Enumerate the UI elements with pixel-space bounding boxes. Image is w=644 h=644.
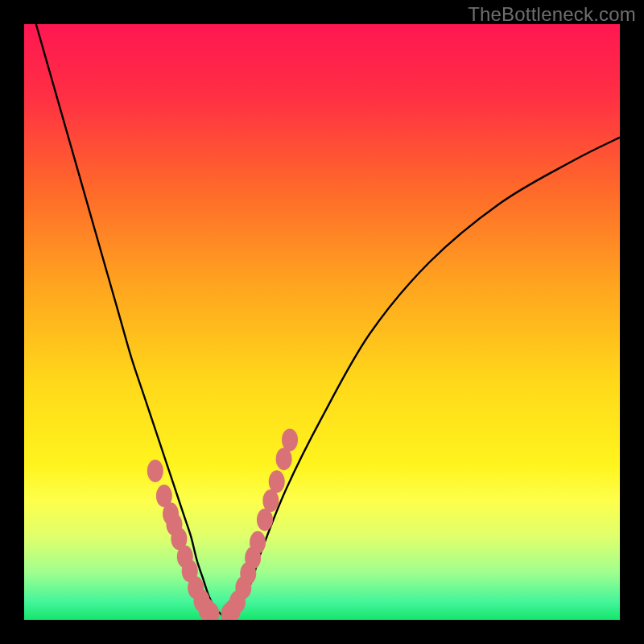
outer-frame: TheBottleneck.com xyxy=(0,0,644,644)
marker-dot xyxy=(250,531,266,554)
marker-dot xyxy=(147,460,163,482)
gradient-background xyxy=(24,24,620,620)
bottleneck-chart xyxy=(24,24,620,620)
plot-area xyxy=(24,24,620,620)
marker-dot xyxy=(269,470,285,493)
watermark-label: TheBottleneck.com xyxy=(468,3,636,26)
marker-dot xyxy=(282,429,298,452)
